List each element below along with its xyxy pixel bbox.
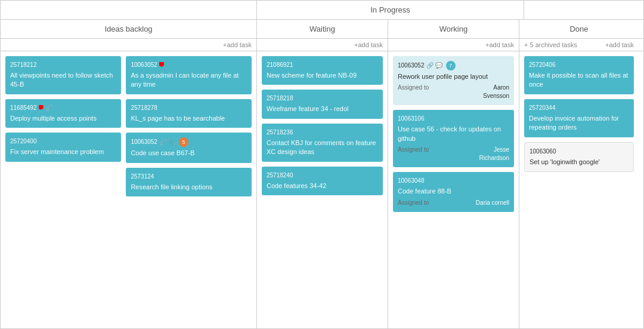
done-column: 25720406 Make it possible to scan all fi… xyxy=(519,51,639,328)
link-icon: 🔗 xyxy=(45,104,52,112)
done-label: Done xyxy=(519,20,639,38)
list-item[interactable]: 11685492 🔗 Deploy multiple access points xyxy=(5,99,121,128)
card-id: 25718236 xyxy=(267,128,378,137)
kanban-board: In Progress Ideas backlog Waiting Workin… xyxy=(0,0,644,329)
list-item[interactable]: 10063052 🔗 💬 7 Rework user pofile page l… xyxy=(393,56,514,105)
card-title: KL_s page has to be searchable xyxy=(131,114,247,123)
card-title: Rework user pofile page layout xyxy=(398,72,509,81)
card-id: 10063052 🔗 💬 7 xyxy=(398,61,509,70)
card-title: Research file linking options xyxy=(131,183,247,192)
ideas-left-column: 25718212 All viewpoints need to follow s… xyxy=(5,56,121,162)
card-title: New scheme for feature NB-09 xyxy=(267,71,378,80)
card-id: 25718240 xyxy=(267,171,378,180)
card-title: Wireframe feature 34 - redol xyxy=(267,104,378,113)
assigned-label: Assigned to xyxy=(398,84,429,100)
assigned-name: AaronSvensson xyxy=(483,84,509,100)
card-title: Contact KBJ for comments on feature XC d… xyxy=(267,139,378,157)
paperclip-icon: 📎 xyxy=(168,138,175,146)
ideas-backlog-column: 25718212 All viewpoints need to follow s… xyxy=(1,51,257,328)
card-assigned: Assigned to AaronSvensson xyxy=(398,84,509,100)
add-task-working[interactable]: +add task xyxy=(388,39,519,51)
list-item[interactable]: 25718212 All viewpoints need to follow s… xyxy=(5,56,121,94)
card-title: Use case 56 - check for updates on githu… xyxy=(398,125,509,143)
card-title: As a sysadmin I can locate any file at a… xyxy=(131,71,247,90)
add-task-waiting[interactable]: +add task xyxy=(257,39,388,51)
card-title: Set up 'loginwith google' xyxy=(530,158,628,167)
card-assigned: Assigned to JesseRichardson xyxy=(398,146,509,162)
list-item[interactable]: 21086921 New scheme for feature NB-09 xyxy=(262,56,383,85)
waiting-label: Waiting xyxy=(257,20,388,38)
archived-tasks-link[interactable]: + 5 archived tasks xyxy=(524,41,577,48)
card-id: 25718278 xyxy=(131,104,247,112)
working-column: 10063052 🔗 💬 7 Rework user pofile page l… xyxy=(388,51,519,328)
add-task-ideas[interactable]: +add task xyxy=(1,39,257,51)
list-item[interactable]: 10063060 Set up 'loginwith google' xyxy=(524,142,634,172)
assigned-name: JesseRichardson xyxy=(479,146,509,162)
ideas-backlog-label: Ideas backlog xyxy=(1,20,257,38)
sub-header-row: Ideas backlog Waiting Working Done xyxy=(1,20,643,39)
card-id: 10063052 🔗 📎 5 xyxy=(131,137,247,147)
link-icon: 🔗 xyxy=(426,62,434,70)
card-title: Code feature 88-B xyxy=(398,187,509,196)
card-title: All viewpoints need to follow sketch 45-… xyxy=(10,71,116,90)
in-progress-header: In Progress xyxy=(257,1,524,19)
assigned-name: Daria cornell xyxy=(476,199,509,207)
card-id: 10063048 xyxy=(398,177,509,185)
list-item[interactable]: 25718240 Code features 34-42 xyxy=(262,167,383,195)
assigned-label: Assigned to xyxy=(398,199,429,207)
card-id: 25720344 xyxy=(529,104,629,112)
card-title: Make it possible to scan all files at on… xyxy=(529,71,629,90)
card-title: Code features 34-42 xyxy=(267,182,378,190)
list-item[interactable]: 25718236 Contact KBJ for comments on fea… xyxy=(262,124,383,162)
list-item[interactable]: 25718218 Wireframe feature 34 - redol xyxy=(262,90,383,118)
chat-icon: 💬 xyxy=(435,62,442,70)
ideas-backlog-spacer xyxy=(1,1,257,19)
top-header-row: In Progress xyxy=(1,1,643,20)
assigned-label: Assigned to xyxy=(398,146,429,162)
card-id: 21086921 xyxy=(267,61,378,69)
badge: 5 xyxy=(179,137,188,147)
list-item[interactable]: 10063052 🔗 📎 5 Code use case B67-B xyxy=(126,133,252,162)
add-task-done: + 5 archived tasks +add task xyxy=(519,39,639,51)
card-title: Fix server maintenance problem xyxy=(10,147,116,156)
content-row: 25718212 All viewpoints need to follow s… xyxy=(1,51,643,328)
card-id: 2573124 xyxy=(131,173,247,181)
card-id: 10063106 xyxy=(398,115,509,123)
waiting-column: 21086921 New scheme for feature NB-09 25… xyxy=(257,51,388,328)
card-id: 11685492 🔗 xyxy=(10,104,116,112)
card-assigned: Assigned to Daria cornell xyxy=(398,199,509,207)
ideas-right-column: 10063052 As a sysadmin I can locate any … xyxy=(126,56,252,196)
card-id: 25720400 xyxy=(10,137,116,146)
add-task-done-link[interactable]: +add task xyxy=(605,41,634,48)
card-id: 25718218 xyxy=(267,94,378,103)
list-item[interactable]: 25720400 Fix server maintenance problem xyxy=(5,133,121,161)
list-item[interactable]: 25720406 Make it possible to scan all fi… xyxy=(524,56,634,94)
list-item[interactable]: 25720344 Develop invoice automation for … xyxy=(524,99,634,137)
add-task-row: +add task +add task +add task + 5 archiv… xyxy=(1,39,643,51)
list-item[interactable]: 2573124 Research file linking options xyxy=(126,168,252,196)
working-label: Working xyxy=(388,20,519,38)
list-item[interactable]: 10063106 Use case 56 - check for updates… xyxy=(393,110,514,167)
list-item[interactable]: 10063048 Code feature 88-B Assigned to D… xyxy=(393,172,514,211)
link-icon: 🔗 xyxy=(159,138,166,146)
done-spacer-top xyxy=(524,1,643,19)
card-id: 25720406 xyxy=(529,61,629,69)
card-title: Code use case B67-B xyxy=(131,149,247,158)
card-id: 10063052 xyxy=(131,61,247,69)
card-id: 25718212 xyxy=(10,61,116,69)
badge: 7 xyxy=(446,61,456,70)
flag-icon xyxy=(159,62,164,68)
card-id: 10063060 xyxy=(530,147,628,156)
flag-icon xyxy=(39,105,44,111)
list-item[interactable]: 25718278 KL_s page has to be searchable xyxy=(126,99,252,128)
list-item[interactable]: 10063052 As a sysadmin I can locate any … xyxy=(126,56,252,94)
card-title: Deploy multiple access points xyxy=(10,114,116,123)
card-title: Develop invoice automation for repeating… xyxy=(529,114,629,133)
